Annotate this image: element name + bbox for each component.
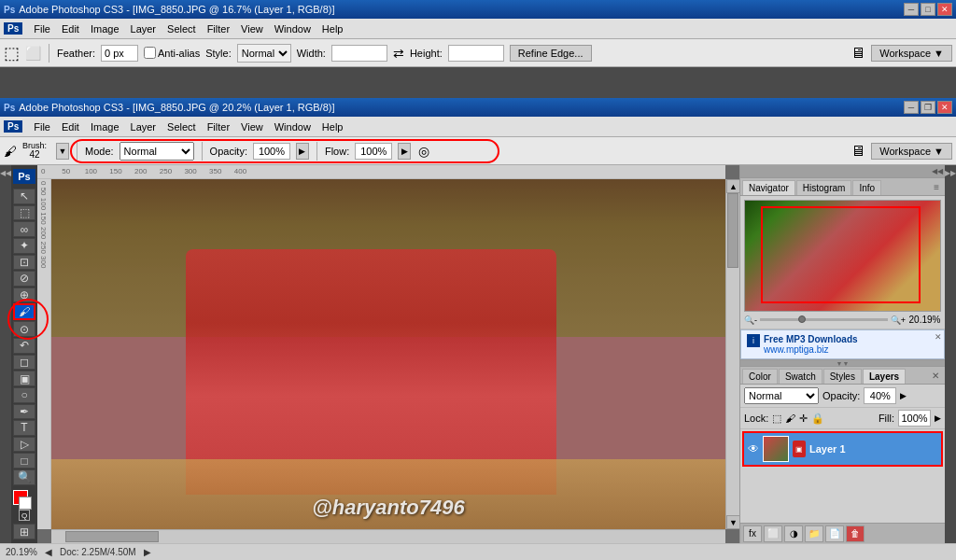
tool-zoom[interactable]: 🔍 (13, 469, 35, 485)
tool-lasso[interactable]: ∞ (13, 221, 35, 237)
flow-arrow-btn[interactable]: ▶ (398, 143, 411, 160)
workspace-btn-1[interactable]: Workspace ▼ (871, 45, 952, 62)
scroll-up-btn[interactable]: ▲ (726, 179, 739, 193)
opacity-value[interactable] (864, 387, 896, 404)
tool-marquee[interactable]: ⬚ (13, 205, 35, 221)
style-select[interactable]: Normal (237, 44, 291, 63)
menu-image-2[interactable]: Image (85, 119, 125, 134)
quick-mask-btn[interactable]: Q (19, 510, 30, 521)
tool-shape[interactable]: □ (13, 453, 35, 469)
adjustment-btn[interactable]: ◑ (784, 525, 803, 542)
tool-dodge[interactable]: ○ (13, 387, 35, 403)
menu-help-2[interactable]: Help (316, 119, 349, 134)
maximize-btn-1[interactable]: □ (921, 3, 935, 16)
tool-stamp[interactable]: ⊙ (13, 321, 35, 337)
status-arrow-r[interactable]: ▶ (144, 547, 151, 557)
tool-pen[interactable]: ✒ (13, 404, 35, 420)
menu-view-2[interactable]: View (235, 119, 269, 134)
panel-menu-btn[interactable]: ≡ (930, 180, 943, 195)
menu-help-1[interactable]: Help (316, 21, 349, 36)
scroll-thumb-h[interactable] (65, 531, 159, 542)
menu-window-2[interactable]: Window (269, 119, 316, 134)
refine-edge-btn[interactable]: Refine Edge... (510, 45, 592, 62)
minimize-btn-2[interactable]: ─ (904, 101, 919, 114)
tool-eyedropper[interactable]: ⊘ (13, 271, 35, 287)
zoom-thumb[interactable] (798, 315, 806, 323)
layers-menu-btn[interactable]: ✕ (928, 369, 943, 384)
lock-move-icon[interactable]: ✛ (799, 413, 808, 425)
tool-history[interactable]: ↶ (13, 338, 35, 354)
menu-layer-2[interactable]: Layer (125, 119, 162, 134)
feather-input[interactable] (101, 45, 138, 62)
opacity-arrow-btn[interactable]: ▶ (296, 143, 309, 160)
flow-input[interactable] (355, 143, 392, 160)
tool-screen-mode[interactable]: ⊞ (13, 524, 35, 539)
mode-select[interactable]: Normal Multiply Screen (120, 142, 194, 161)
tab-color[interactable]: Color (742, 369, 778, 384)
width-input[interactable] (331, 45, 387, 62)
layer-fx-btn[interactable]: fx (743, 525, 762, 542)
menu-file-1[interactable]: File (28, 21, 56, 36)
scroll-thumb-v[interactable] (727, 193, 738, 268)
zoom-in-icon[interactable]: 🔍+ (891, 315, 906, 325)
tool-move[interactable]: ↖ (13, 189, 35, 204)
zoom-slider[interactable] (760, 318, 888, 321)
menu-window-1[interactable]: Window (269, 21, 316, 36)
delete-layer-btn[interactable]: 🗑 (846, 525, 865, 542)
lock-all-icon[interactable]: 🔒 (811, 413, 824, 425)
menu-select-1[interactable]: Select (162, 21, 202, 36)
tool-crop[interactable]: ⊡ (13, 255, 35, 271)
opacity-input[interactable] (253, 143, 290, 160)
minimize-btn-1[interactable]: ─ (904, 3, 919, 16)
panel-collapse-icon[interactable]: ◀◀ (932, 167, 943, 175)
tool-brush[interactable]: 🖌 (13, 303, 35, 320)
add-mask-btn[interactable]: ⬜ (764, 525, 782, 542)
tab-swatch[interactable]: Swatch (779, 369, 822, 384)
layer-visibility-icon[interactable]: 👁 (748, 442, 759, 455)
scroll-down-btn[interactable]: ▼ (726, 515, 739, 529)
left-collapse[interactable]: ◀◀ (0, 165, 11, 543)
ad-section[interactable]: i Free MP3 Downloads www.mptiga.biz ✕ (740, 329, 945, 359)
restore-btn-2[interactable]: ❐ (921, 101, 935, 114)
anti-alias-checkbox[interactable] (144, 47, 156, 59)
height-input[interactable] (448, 45, 504, 62)
menu-file-2[interactable]: File (28, 119, 56, 134)
tool-path[interactable]: ▷ (13, 437, 35, 453)
menu-view-1[interactable]: View (235, 21, 269, 36)
new-layer-btn[interactable]: 📄 (825, 525, 844, 542)
zoom-out-icon[interactable]: 🔍- (744, 315, 757, 325)
status-arrow-l[interactable]: ◀ (45, 547, 52, 557)
tool-wand[interactable]: ✦ (13, 238, 35, 254)
blend-mode-select[interactable]: Normal Multiply Screen (744, 387, 819, 404)
tab-layers[interactable]: Layers (863, 369, 906, 384)
tool-heal[interactable]: ⊕ (13, 287, 35, 303)
right-collapse[interactable]: ▶▶ (945, 165, 956, 543)
workspace-btn-2[interactable]: Workspace ▼ (871, 143, 952, 160)
menu-filter-2[interactable]: Filter (202, 119, 235, 134)
close-btn-2[interactable]: ✕ (937, 101, 952, 114)
brush-dropdown-btn[interactable]: ▼ (56, 143, 69, 160)
menu-edit-1[interactable]: Edit (56, 21, 85, 36)
new-group-btn[interactable]: 📁 (805, 525, 823, 542)
menu-image-1[interactable]: Image (85, 21, 125, 36)
menu-layer-1[interactable]: Layer (125, 21, 162, 36)
fill-value[interactable] (898, 410, 931, 427)
panel-divider-1[interactable]: ▼▼ (740, 359, 945, 367)
menu-edit-2[interactable]: Edit (56, 119, 85, 134)
tool-text[interactable]: T (13, 420, 35, 436)
scrollbar-v[interactable]: ▲ ▼ (725, 179, 739, 529)
ad-url[interactable]: www.mptiga.biz (764, 344, 858, 355)
close-btn-1[interactable]: ✕ (937, 3, 952, 16)
tool-eraser[interactable]: ◻ (13, 355, 35, 371)
opacity-arrow[interactable]: ▶ (900, 391, 907, 400)
menu-filter-1[interactable]: Filter (202, 21, 235, 36)
bg-color[interactable] (19, 497, 32, 510)
tab-navigator[interactable]: Navigator (742, 180, 795, 195)
lock-brush-icon[interactable]: 🖌 (785, 413, 795, 424)
scrollbar-h[interactable] (51, 529, 725, 543)
tab-styles[interactable]: Styles (823, 369, 862, 384)
tab-histogram[interactable]: Histogram (796, 180, 852, 195)
menu-select-2[interactable]: Select (162, 119, 202, 134)
tool-gradient[interactable]: ▣ (13, 371, 35, 386)
lock-transparent-icon[interactable]: ⬚ (772, 413, 781, 425)
